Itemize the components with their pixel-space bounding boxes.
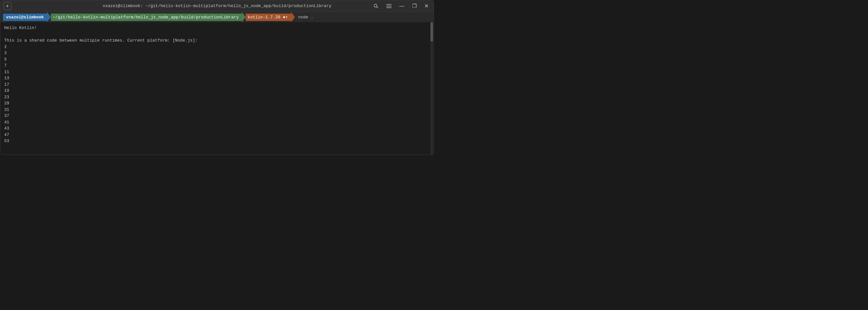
maximize-button[interactable]: ❐ (410, 2, 418, 10)
prompt-arrow-version (291, 12, 295, 22)
terminal-line: 23 (4, 94, 430, 101)
terminal-line: 41 (4, 119, 430, 126)
title-bar-left: + (4, 2, 11, 10)
menu-button[interactable] (384, 3, 394, 9)
title-bar: + vsazel@slimbook: ~/git/hello-kotlin-mu… (0, 0, 434, 12)
search-icon (373, 4, 379, 9)
prompt-version: kotlin-1.7.20 ●+ (246, 13, 291, 21)
prompt-bar: vsazel@slimbook ~/git/hello-kotlin-multi… (0, 12, 434, 22)
minimize-button[interactable]: — (397, 3, 406, 10)
scrollbar[interactable] (430, 22, 433, 155)
terminal-line: 53 (4, 138, 430, 144)
close-button[interactable]: ✕ (423, 2, 430, 10)
terminal-line: 3 (4, 50, 430, 56)
terminal-content[interactable]: Hello Kotlin! This is a shared code betw… (0, 22, 434, 155)
terminal-window: + vsazel@slimbook: ~/git/hello-kotlin-mu… (0, 0, 434, 155)
terminal-line: This is a shared code between multiple r… (4, 37, 430, 44)
search-button[interactable] (372, 3, 380, 9)
prompt-arrow-user (47, 12, 51, 22)
terminal-line: Hello Kotlin! (4, 25, 430, 31)
terminal-line: 19 (4, 88, 430, 94)
prompt-command: node . (295, 15, 313, 20)
terminal-line: 47 (4, 132, 430, 138)
terminal-output: Hello Kotlin! This is a shared code betw… (4, 25, 430, 144)
menu-icon (386, 4, 392, 8)
terminal-line: 13 (4, 75, 430, 82)
terminal-line: 31 (4, 107, 430, 113)
new-tab-button[interactable]: + (4, 2, 11, 10)
prompt-arrow-path (242, 12, 246, 22)
terminal-line: 29 (4, 100, 430, 107)
window-title: vsazel@slimbook: ~/git/hello-kotlin-mult… (103, 4, 331, 8)
prompt-path: ~/git/hello-kotlin-multiplatform/hello_j… (51, 13, 242, 21)
prompt-user: vsazel@slimbook (3, 13, 47, 21)
terminal-line: 37 (4, 113, 430, 119)
terminal-line: 17 (4, 82, 430, 88)
terminal-line: 5 (4, 56, 430, 63)
terminal-line: 7 (4, 62, 430, 69)
terminal-line: 43 (4, 125, 430, 132)
terminal-line (4, 31, 430, 38)
terminal-line: 11 (4, 69, 430, 76)
svg-line-1 (377, 7, 378, 8)
terminal-line: 2 (4, 44, 430, 50)
scrollbar-thumb[interactable] (430, 22, 433, 41)
title-bar-controls: — ❐ ✕ (372, 2, 430, 10)
